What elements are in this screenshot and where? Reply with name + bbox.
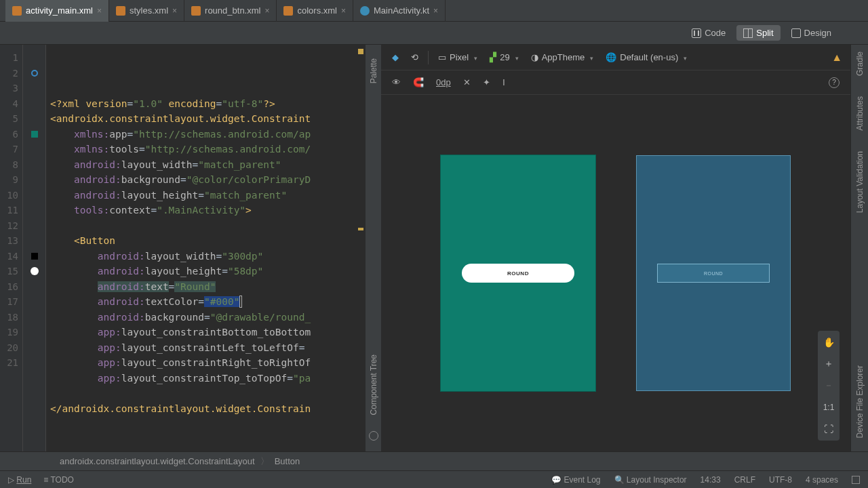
locale-dropdown[interactable]: 🌐 Default (en-us): [603, 52, 690, 62]
view-code-button[interactable]: Code: [685, 25, 732, 41]
split-icon: [743, 28, 753, 38]
zoom-fit-button[interactable]: ⛶: [821, 422, 837, 436]
color-swatch-icon[interactable]: [31, 253, 38, 260]
view-design-button[interactable]: Design: [785, 25, 838, 41]
design-surface-button[interactable]: ◆: [389, 52, 401, 62]
close-icon[interactable]: ×: [264, 6, 269, 16]
view-options-icon[interactable]: 👁: [392, 77, 401, 87]
right-tool-rail: Gradle Attributes Layout Validation Devi…: [850, 45, 868, 451]
view-split-button[interactable]: Split: [736, 25, 780, 41]
tab-round-btn[interactable]: round_btn.xml×: [184, 0, 277, 22]
xml-file-icon: [12, 6, 22, 16]
blueprint-button[interactable]: ROUND: [657, 264, 770, 283]
palette-tab[interactable]: Palette: [369, 58, 378, 83]
gradle-tab[interactable]: Gradle: [855, 52, 865, 76]
todo-toolwindow-button[interactable]: ≡ TODO: [43, 475, 74, 485]
run-toolwindow-button[interactable]: ▷ Run: [8, 475, 31, 485]
api-dropdown[interactable]: ▞ 29: [487, 52, 521, 62]
design-icon: [791, 28, 801, 38]
close-icon[interactable]: ×: [433, 6, 438, 16]
pan-button[interactable]: ✋: [821, 335, 837, 350]
clock-label: 14:33: [701, 475, 721, 485]
help-icon[interactable]: ?: [829, 77, 840, 88]
tab-colors[interactable]: colors.xml×: [277, 0, 353, 22]
blueprint-preview[interactable]: ROUND: [636, 155, 791, 391]
preview-toolbar: ◆ ⟲ ▭ Pixel ▞ 29 ◑ AppTheme 🌐 Default (e…: [381, 45, 850, 70]
xml-file-icon: [191, 6, 201, 16]
warning-marker-icon[interactable]: [358, 228, 363, 230]
tab-mainactivity[interactable]: MainActivity.kt×: [353, 0, 446, 22]
layout-inspector-button[interactable]: 🔍 Layout Inspector: [614, 475, 687, 485]
xml-file-icon: [116, 6, 125, 16]
kotlin-file-icon: [360, 6, 370, 16]
orientation-button[interactable]: ⟲: [408, 52, 421, 62]
layout-validation-tab[interactable]: Layout Validation: [855, 151, 865, 213]
infer-constraints-icon[interactable]: ✦: [483, 77, 490, 87]
drawable-swatch-icon[interactable]: [31, 267, 39, 275]
globe-icon[interactable]: [369, 431, 378, 441]
clear-constraints-icon[interactable]: ✕: [463, 77, 471, 87]
zoom-out-button[interactable]: －: [821, 378, 837, 393]
indent-button[interactable]: 4 spaces: [806, 475, 838, 485]
palette-rail: Palette Component Tree: [365, 45, 381, 451]
close-icon[interactable]: ×: [97, 6, 102, 16]
code-editor[interactable]: <?xml version="1.0" encoding="utf-8"?> <…: [46, 45, 365, 451]
guidelines-icon[interactable]: Ⅰ: [502, 77, 505, 87]
component-tree-tab[interactable]: Component Tree: [369, 354, 378, 415]
design-canvas[interactable]: ROUND ROUND ✋ ＋ － 1:1 ⛶: [381, 95, 850, 451]
color-swatch-icon[interactable]: [31, 131, 38, 138]
event-log-button[interactable]: 💬 Event Log: [551, 475, 600, 485]
close-icon[interactable]: ×: [341, 6, 346, 16]
close-icon[interactable]: ×: [172, 6, 177, 16]
run-gutter-icon[interactable]: [31, 70, 38, 77]
editor-tabs: activity_main.xml× styles.xml× round_btn…: [0, 0, 868, 22]
device-file-explorer-tab[interactable]: Device File Explorer: [855, 365, 865, 438]
status-bar: ▷ Run ≡ TODO 💬 Event Log 🔍 Layout Inspec…: [0, 470, 868, 488]
zoom-controls: ✋ ＋ － 1:1 ⛶: [818, 331, 840, 441]
crumb-parent[interactable]: androidx.constraintlayout.widget.Constra…: [60, 456, 255, 466]
preview-button[interactable]: ROUND: [462, 264, 574, 283]
encoding-button[interactable]: UTF-8: [769, 475, 792, 485]
code-icon: [692, 28, 701, 38]
default-margin-button[interactable]: 0dp: [436, 77, 451, 87]
zoom-in-button[interactable]: ＋: [821, 357, 837, 371]
breadcrumb: androidx.constraintlayout.widget.Constra…: [0, 451, 868, 470]
tab-activity-main[interactable]: activity_main.xml×: [5, 0, 109, 22]
line-number-gutter: 123456789101112131415161718192021: [0, 45, 23, 451]
zoom-ratio-button[interactable]: 1:1: [821, 400, 837, 415]
warning-marker-icon[interactable]: [358, 49, 363, 54]
gutter-icons: [23, 45, 46, 451]
preview-options-toolbar: 👁 🧲 0dp ✕ ✦ Ⅰ ?: [381, 70, 850, 95]
device-dropdown[interactable]: ▭ Pixel: [435, 52, 480, 62]
design-preview[interactable]: ROUND: [441, 155, 595, 391]
tab-styles[interactable]: styles.xml×: [109, 0, 184, 22]
line-separator-button[interactable]: CRLF: [734, 475, 755, 485]
attributes-tab[interactable]: Attributes: [855, 96, 865, 131]
memory-indicator-icon[interactable]: [852, 476, 860, 484]
view-mode-bar: Code Split Design: [0, 22, 868, 45]
xml-file-icon: [283, 6, 293, 16]
warning-icon[interactable]: ▲: [831, 52, 842, 64]
theme-dropdown[interactable]: ◑ AppTheme: [528, 52, 597, 62]
crumb-current[interactable]: Button: [275, 456, 300, 466]
magnet-icon[interactable]: 🧲: [413, 77, 424, 87]
chevron-right-icon: 〉: [260, 455, 269, 468]
